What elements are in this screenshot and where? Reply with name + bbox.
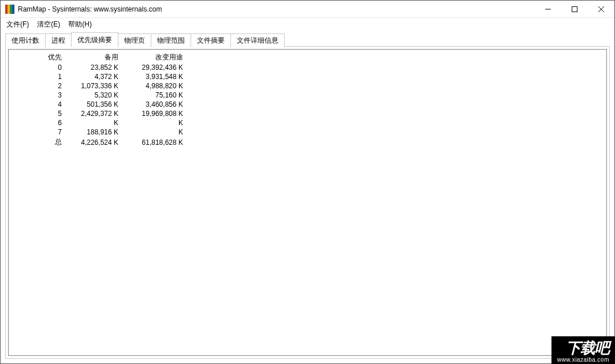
cell-repurposed: 75,160 K <box>120 91 184 100</box>
watermark: 下载吧 www.xiazaiba.com <box>551 336 615 364</box>
priority-table: 优先 备用 改变用途 023,852 K29,392,436 K14,372 K… <box>12 52 184 148</box>
table-row[interactable]: 4501,356 K3,460,856 K <box>12 100 184 109</box>
col-header-priority[interactable]: 优先 <box>12 52 63 63</box>
table-row[interactable]: 35,320 K75,160 K <box>12 91 184 100</box>
cell-standby: 5,320 K <box>63 91 120 100</box>
watermark-url: www.xiazaiba.com <box>557 357 609 363</box>
cell-repurposed: 29,392,436 K <box>120 63 184 72</box>
tab-file-details[interactable]: 文件详细信息 <box>230 33 285 47</box>
menubar: 文件(F) 清空(E) 帮助(H) <box>1 18 614 31</box>
table-row[interactable]: 14,372 K3,931,548 K <box>12 72 184 81</box>
table-row[interactable]: 52,429,372 K19,969,808 K <box>12 109 184 118</box>
cell-repurposed: K <box>120 127 184 137</box>
close-button[interactable] <box>588 1 614 17</box>
tab-physical-ranges[interactable]: 物理范围 <box>151 33 191 47</box>
cell-standby: 501,356 K <box>63 100 120 109</box>
minimize-button[interactable] <box>535 1 561 17</box>
table-row[interactable]: 总4,226,524 K61,818,628 K <box>12 137 184 148</box>
cell-repurposed: 61,818,628 K <box>120 137 184 148</box>
tab-file-summary[interactable]: 文件摘要 <box>191 33 231 47</box>
app-icon <box>5 5 14 14</box>
table-row[interactable]: 21,073,336 K4,988,820 K <box>12 81 184 91</box>
menu-empty[interactable]: 清空(E) <box>33 18 64 31</box>
cell-priority: 4 <box>12 100 63 109</box>
maximize-button[interactable] <box>561 1 588 17</box>
tab-physical-pages[interactable]: 物理页 <box>118 33 151 47</box>
col-header-repurposed[interactable]: 改变用途 <box>120 52 184 63</box>
cell-standby: K <box>63 118 120 127</box>
cell-priority: 总 <box>12 137 63 148</box>
cell-standby: 188,916 K <box>63 127 120 137</box>
tab-processes[interactable]: 进程 <box>45 33 72 47</box>
menu-help[interactable]: 帮助(H) <box>65 18 95 31</box>
cell-priority: 7 <box>12 127 63 137</box>
cell-standby: 1,073,336 K <box>63 81 120 91</box>
cell-priority: 1 <box>12 72 63 81</box>
table-row[interactable]: 7188,916 KK <box>12 127 184 137</box>
table-row[interactable]: 6KK <box>12 118 184 127</box>
cell-standby: 4,226,524 K <box>63 137 120 148</box>
cell-repurposed: 3,460,856 K <box>120 100 184 109</box>
cell-priority: 2 <box>12 81 63 91</box>
client-area: 使用计数 进程 优先级摘要 物理页 物理范围 文件摘要 文件详细信息 优先 备用… <box>1 31 614 363</box>
svg-rect-1 <box>572 6 577 12</box>
cell-standby: 2,429,372 K <box>63 109 120 118</box>
window-controls <box>535 1 614 17</box>
cell-priority: 5 <box>12 109 63 118</box>
window-title: RamMap - Sysinternals: www.sysinternals.… <box>18 5 162 13</box>
app-window: RamMap - Sysinternals: www.sysinternals.… <box>0 0 615 364</box>
cell-repurposed: K <box>120 118 184 127</box>
titlebar[interactable]: RamMap - Sysinternals: www.sysinternals.… <box>1 1 614 18</box>
cell-standby: 23,852 K <box>63 63 120 72</box>
cell-repurposed: 19,969,808 K <box>120 109 184 118</box>
tab-priority-summary[interactable]: 优先级摘要 <box>71 32 118 47</box>
priority-summary-panel: 优先 备用 改变用途 023,852 K29,392,436 K14,372 K… <box>8 49 607 356</box>
cell-priority: 0 <box>12 63 63 72</box>
col-header-standby[interactable]: 备用 <box>63 52 120 63</box>
cell-repurposed: 4,988,820 K <box>120 81 184 91</box>
cell-priority: 3 <box>12 91 63 100</box>
menu-file[interactable]: 文件(F) <box>3 18 32 31</box>
cell-repurposed: 3,931,548 K <box>120 72 184 81</box>
tabstrip: 使用计数 进程 优先级摘要 物理页 物理范围 文件摘要 文件详细信息 <box>5 34 610 47</box>
tab-use-counts[interactable]: 使用计数 <box>5 33 46 47</box>
table-row[interactable]: 023,852 K29,392,436 K <box>12 63 184 72</box>
tab-panel: 优先 备用 改变用途 023,852 K29,392,436 K14,372 K… <box>5 46 610 359</box>
cell-standby: 4,372 K <box>63 72 120 81</box>
watermark-name: 下载吧 <box>557 340 609 357</box>
cell-priority: 6 <box>12 118 63 127</box>
